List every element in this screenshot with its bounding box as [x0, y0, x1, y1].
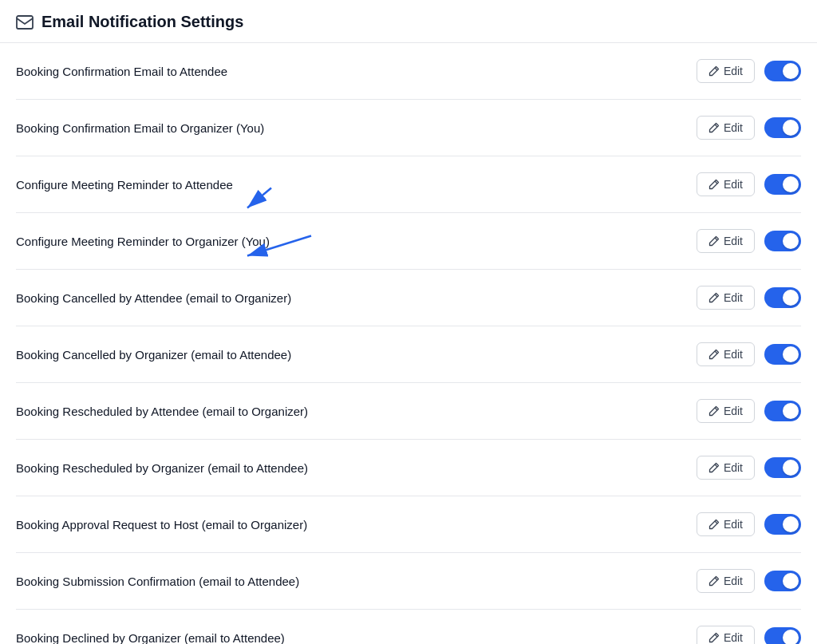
- edit-button-booking-submission-confirmation[interactable]: Edit: [697, 569, 755, 593]
- notification-label-meeting-reminder-organizer: Configure Meeting Reminder to Organizer …: [16, 235, 270, 248]
- pencil-icon: [708, 179, 720, 190]
- toggle-slider: [764, 401, 801, 421]
- notification-row: Booking Confirmation Email to Attendee E…: [16, 43, 801, 100]
- pencil-icon: [708, 122, 720, 133]
- row-actions: Edit: [697, 229, 801, 253]
- notification-list: Booking Confirmation Email to Attendee E…: [0, 43, 817, 644]
- row-actions: Edit: [697, 399, 801, 423]
- row-actions: Edit: [697, 59, 801, 83]
- toggle-slider: [764, 514, 801, 535]
- toggle-meeting-reminder-attendee[interactable]: [764, 174, 801, 195]
- toggle-meeting-reminder-organizer[interactable]: [764, 231, 801, 251]
- toggle-slider: [764, 287, 801, 308]
- toggle-slider: [764, 61, 801, 81]
- toggle-booking-declined-organizer[interactable]: [764, 627, 801, 644]
- notification-label-booking-submission-confirmation: Booking Submission Confirmation (email t…: [16, 575, 299, 588]
- notification-row: Booking Rescheduled by Attendee (email t…: [16, 383, 801, 440]
- notification-label-booking-approval-request: Booking Approval Request to Host (email …: [16, 518, 307, 531]
- toggle-slider: [764, 571, 801, 591]
- email-icon: [16, 15, 34, 30]
- row-actions: Edit: [697, 116, 801, 140]
- edit-button-booking-approval-request[interactable]: Edit: [697, 512, 755, 536]
- notification-label-booking-confirmation-organizer: Booking Confirmation Email to Organizer …: [16, 121, 264, 135]
- toggle-booking-confirmation-organizer[interactable]: [764, 117, 801, 138]
- edit-button-booking-declined-organizer[interactable]: Edit: [697, 626, 755, 644]
- pencil-icon: [708, 292, 720, 303]
- page-container: Email Notification Settings Booking Conf…: [0, 0, 817, 644]
- notification-label-meeting-reminder-attendee: Configure Meeting Reminder to Attendee: [16, 178, 233, 192]
- notification-label-booking-cancelled-organizer: Booking Cancelled by Organizer (email to…: [16, 348, 291, 362]
- page-header: Email Notification Settings: [0, 0, 817, 43]
- row-actions: Edit: [697, 569, 801, 593]
- row-actions: Edit: [697, 286, 801, 310]
- notification-row: Configure Meeting Reminder to Attendee E…: [16, 156, 801, 213]
- row-actions: Edit: [697, 172, 801, 196]
- toggle-slider: [764, 344, 801, 365]
- notification-row: Booking Submission Confirmation (email t…: [16, 553, 801, 610]
- notification-row: Booking Approval Request to Host (email …: [16, 496, 801, 553]
- pencil-icon: [708, 632, 720, 643]
- pencil-icon: [708, 235, 720, 247]
- toggle-booking-submission-confirmation[interactable]: [764, 571, 801, 591]
- edit-button-booking-confirmation-attendee[interactable]: Edit: [697, 59, 755, 83]
- toggle-slider: [764, 627, 801, 644]
- edit-button-booking-cancelled-attendee[interactable]: Edit: [697, 286, 755, 310]
- toggle-booking-cancelled-organizer[interactable]: [764, 344, 801, 365]
- pencil-icon: [708, 405, 720, 417]
- notification-row: Configure Meeting Reminder to Organizer …: [16, 213, 801, 270]
- toggle-booking-approval-request[interactable]: [764, 514, 801, 535]
- svg-rect-2: [17, 16, 33, 29]
- pencil-icon: [708, 349, 720, 360]
- edit-button-booking-rescheduled-organizer[interactable]: Edit: [697, 456, 755, 480]
- edit-button-booking-rescheduled-attendee[interactable]: Edit: [697, 399, 755, 423]
- row-actions: Edit: [697, 342, 801, 366]
- toggle-slider: [764, 174, 801, 195]
- row-actions: Edit: [697, 456, 801, 480]
- notification-label-booking-rescheduled-attendee: Booking Rescheduled by Attendee (email t…: [16, 405, 308, 418]
- pencil-icon: [708, 519, 720, 530]
- notification-label-booking-cancelled-attendee: Booking Cancelled by Attendee (email to …: [16, 291, 291, 305]
- toggle-slider: [764, 457, 801, 478]
- notification-row: Booking Declined by Organizer (email to …: [16, 610, 801, 644]
- toggle-slider: [764, 231, 801, 251]
- edit-button-booking-confirmation-organizer[interactable]: Edit: [697, 116, 755, 140]
- notification-row: Booking Confirmation Email to Organizer …: [16, 100, 801, 156]
- pencil-icon: [708, 65, 720, 77]
- row-actions: Edit: [697, 512, 801, 536]
- edit-button-meeting-reminder-organizer[interactable]: Edit: [697, 229, 755, 253]
- edit-button-meeting-reminder-attendee[interactable]: Edit: [697, 172, 755, 196]
- toggle-booking-confirmation-attendee[interactable]: [764, 61, 801, 81]
- pencil-icon: [708, 462, 720, 473]
- edit-button-booking-cancelled-organizer[interactable]: Edit: [697, 342, 755, 366]
- notification-label-booking-confirmation-attendee: Booking Confirmation Email to Attendee: [16, 65, 227, 78]
- notification-label-booking-rescheduled-organizer: Booking Rescheduled by Organizer (email …: [16, 461, 308, 475]
- toggle-booking-rescheduled-organizer[interactable]: [764, 457, 801, 478]
- toggle-booking-cancelled-attendee[interactable]: [764, 287, 801, 308]
- notification-row: Booking Cancelled by Organizer (email to…: [16, 326, 801, 383]
- notification-label-booking-declined-organizer: Booking Declined by Organizer (email to …: [16, 631, 285, 645]
- page-title: Email Notification Settings: [41, 13, 243, 31]
- row-actions: Edit: [697, 626, 801, 644]
- notification-row: Booking Cancelled by Attendee (email to …: [16, 270, 801, 326]
- toggle-booking-rescheduled-attendee[interactable]: [764, 401, 801, 421]
- notification-row: Booking Rescheduled by Organizer (email …: [16, 440, 801, 496]
- pencil-icon: [708, 575, 720, 587]
- toggle-slider: [764, 117, 801, 138]
